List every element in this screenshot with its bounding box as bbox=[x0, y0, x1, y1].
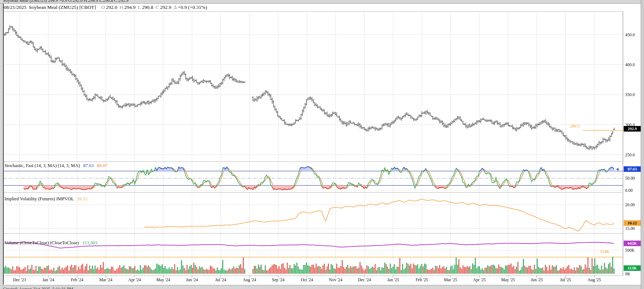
open-value: 292.0 bbox=[106, 4, 117, 10]
volume-badge: 113K bbox=[624, 265, 641, 271]
x-axis-month-label: Jun '24 bbox=[186, 278, 198, 282]
stochastic-d-value: 89.07 bbox=[97, 163, 108, 168]
main-y-tick: 400.0 bbox=[625, 62, 635, 67]
x-axis-month-label: May '24 bbox=[156, 278, 170, 282]
volume-legend-label: Volume (CloseToClose) (CloseToClose) bbox=[4, 240, 79, 245]
iv-y-tick: 20.00 bbox=[625, 203, 635, 207]
price-annotation-label: 290.5 bbox=[570, 124, 580, 128]
bottom-clipped-bar: Created: August 21st 2025, 5:11:31 PM bbox=[0, 285, 644, 289]
change-delta-icon: ∆ bbox=[174, 4, 177, 10]
x-axis-month-label: Jul '24 bbox=[215, 278, 226, 282]
low-value: 290.8 bbox=[142, 4, 153, 10]
vol-y-tick: 500K bbox=[625, 248, 635, 253]
chart-plot-area[interactable] bbox=[4, 11, 623, 276]
stochastic-k-value: 87.63 bbox=[83, 163, 93, 168]
open-label: O bbox=[101, 4, 105, 10]
bottom-clipped-text: Created: August 21st 2025, 5:11:31 PM bbox=[3, 286, 73, 289]
high-value: 294.9 bbox=[124, 4, 135, 10]
x-axis-month-label: Jan '25 bbox=[387, 278, 399, 282]
x-axis-month-label: Apr '24 bbox=[128, 278, 141, 282]
change-value: +0.9 (+0.31%) bbox=[178, 4, 207, 10]
x-axis-month-label: Dec '24 bbox=[358, 278, 371, 282]
volume-legend[interactable]: Volume (CloseToClose) (CloseToClose) 113… bbox=[4, 240, 97, 246]
top-clipped-bar: Soybean Meal (ZMU25) 294.9 +0.9 O:292.0 … bbox=[0, 0, 644, 4]
main-y-tick: 250.0 bbox=[625, 153, 635, 157]
stoch-y-tick: 0.00 bbox=[625, 188, 633, 193]
x-axis-month-label: Mar '24 bbox=[99, 278, 112, 282]
implied-vol-legend-label: Implied Volatility (Futures) IMPVOL bbox=[4, 196, 74, 201]
stochastic-legend[interactable]: Stochastic, Fast (14, 3, MA) (14, 3, MA)… bbox=[4, 163, 108, 169]
low-label: L bbox=[138, 4, 141, 10]
x-axis-month-label: Apr '25 bbox=[473, 278, 485, 282]
x-axis-month-label: May '25 bbox=[501, 278, 515, 282]
high-label: H bbox=[120, 4, 123, 10]
implied-vol-badge: 16.12 bbox=[624, 220, 641, 226]
volume-annotation-label: 354K bbox=[600, 249, 610, 254]
stoch-y-tick: 50.00 bbox=[625, 176, 635, 181]
x-axis-month-label: Mar '25 bbox=[444, 278, 457, 282]
vertical-scrollbar[interactable] bbox=[641, 0, 644, 289]
vol-y-tick: 0K bbox=[625, 272, 630, 276]
last-price-badge: 292.9 bbox=[624, 126, 641, 132]
instrument-name: Soybean Meal (ZMU25) [CBOT] bbox=[29, 4, 96, 10]
x-axis-month-label: Aug '24 bbox=[243, 278, 256, 282]
x-axis-month-label: Nov '24 bbox=[329, 278, 342, 282]
implied-vol-value: 16.12 bbox=[77, 196, 88, 201]
quote-date: 08/21/2025 bbox=[4, 4, 27, 10]
close-value: 292.9 bbox=[160, 4, 171, 10]
x-axis-month-label: Jul '25 bbox=[560, 278, 571, 282]
iv-y-tick: 15.00 bbox=[625, 226, 635, 231]
top-clipped-text: Soybean Meal (ZMU25) 294.9 +0.9 O:292.0 … bbox=[3, 0, 128, 3]
close-label: C bbox=[156, 4, 159, 10]
x-axis-month-label: Feb '24 bbox=[71, 278, 84, 282]
stochastic-badge: 87.63 bbox=[624, 166, 641, 172]
x-axis-month-label: Sep '24 bbox=[272, 278, 284, 282]
x-axis-month-label: Dec '23 bbox=[13, 278, 26, 282]
volume-value: 113,303 bbox=[82, 240, 97, 245]
main-y-tick: 350.0 bbox=[625, 92, 635, 97]
stochastic-legend-label: Stochastic, Fast (14, 3, MA) (14, 3, MA) bbox=[4, 163, 80, 168]
x-axis-month-label: Aug '25 bbox=[587, 278, 601, 282]
implied-vol-legend[interactable]: Implied Volatility (Futures) IMPVOL 16.1… bbox=[4, 196, 88, 202]
x-axis-month-label: Feb '25 bbox=[416, 278, 428, 282]
main-y-tick: 450.0 bbox=[625, 33, 635, 37]
x-axis-month-label: Oct '24 bbox=[301, 278, 313, 282]
x-axis-month-label: Jan '24 bbox=[42, 278, 54, 282]
quote-header: 08/21/2025 Soybean Meal (ZMU25) [CBOT] O… bbox=[4, 3, 208, 11]
open-interest-badge: 642K bbox=[624, 241, 641, 246]
x-axis-month-label: Jun '25 bbox=[531, 278, 543, 282]
left-gutter bbox=[0, 3, 3, 285]
